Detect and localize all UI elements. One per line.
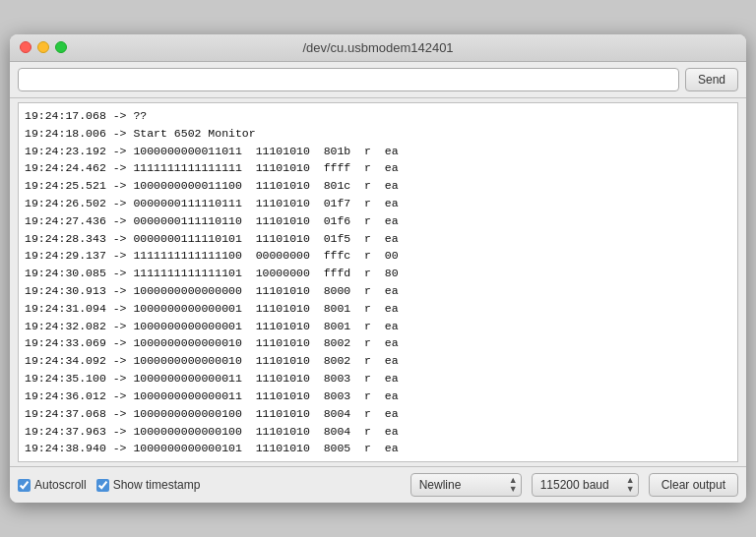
output-area[interactable]: 19:24:17.068 -> ??19:24:18.006 -> Start …	[18, 102, 738, 462]
maximize-button[interactable]	[55, 41, 67, 53]
output-line: 19:24:30.085 -> 1111111111111101 1000000…	[25, 265, 731, 282]
window-title: /dev/cu.usbmodem142401	[302, 40, 453, 55]
output-line: 19:24:25.521 -> 1000000000011100 1110101…	[25, 177, 731, 195]
output-line: 19:24:23.192 -> 1000000000011011 1110101…	[25, 143, 731, 160]
output-line: 19:24:37.068 -> 1000000000000100 1110101…	[25, 405, 731, 423]
clear-output-button[interactable]: Clear output	[649, 473, 738, 497]
close-button[interactable]	[20, 41, 32, 53]
newline-select-wrapper: NewlineNo line endingCarriage returnBoth…	[410, 473, 522, 497]
send-input[interactable]	[18, 68, 679, 91]
baud-select[interactable]: 300 baud1200 baud2400 baud4800 baud9600 …	[532, 473, 639, 497]
autoscroll-label[interactable]: Autoscroll	[18, 478, 87, 492]
newline-select[interactable]: NewlineNo line endingCarriage returnBoth…	[410, 473, 522, 497]
output-line: 19:24:38.940 -> 1000000000000101 1110101…	[25, 440, 731, 457]
output-line: 19:24:27.436 -> 0000000111110110 1110101…	[25, 212, 731, 230]
output-line: 19:24:24.462 -> 1111111111111111 1110101…	[25, 159, 731, 177]
output-line: 19:24:33.069 -> 1000000000000010 1110101…	[25, 334, 731, 352]
footer: Autoscroll Show timestamp NewlineNo line…	[10, 466, 746, 503]
timestamp-text: Show timestamp	[113, 478, 201, 492]
output-line: 19:24:29.137 -> 1111111111111100 0000000…	[25, 247, 731, 265]
output-line: 19:24:18.006 -> Start 6502 Monitor	[25, 125, 731, 143]
autoscroll-checkbox[interactable]	[18, 479, 31, 492]
output-line: 19:24:28.343 -> 0000000111110101 1110101…	[25, 230, 731, 248]
timestamp-checkbox[interactable]	[96, 479, 109, 492]
output-line: 19:24:30.913 -> 1000000000000000 1110101…	[25, 282, 731, 300]
autoscroll-text: Autoscroll	[34, 478, 87, 492]
toolbar: Send	[10, 62, 746, 98]
output-line: 19:24:26.502 -> 0000000111110111 1110101…	[25, 195, 731, 212]
output-line: 19:24:31.094 -> 1000000000000001 1110101…	[25, 300, 731, 318]
timestamp-label[interactable]: Show timestamp	[96, 478, 201, 492]
output-line: 19:24:37.963 -> 1000000000000100 1110101…	[25, 423, 731, 441]
titlebar: /dev/cu.usbmodem142401	[10, 34, 746, 62]
output-line: 19:24:34.092 -> 1000000000000010 1110101…	[25, 352, 731, 370]
traffic-lights	[20, 41, 67, 53]
main-window: /dev/cu.usbmodem142401 Send 19:24:17.068…	[10, 34, 746, 503]
output-line: 19:24:17.068 -> ??	[25, 107, 731, 125]
output-line: 19:24:32.082 -> 1000000000000001 1110101…	[25, 318, 731, 335]
minimize-button[interactable]	[37, 41, 49, 53]
send-button[interactable]: Send	[685, 68, 738, 91]
output-line: 19:24:35.100 -> 1000000000000011 1110101…	[25, 370, 731, 388]
baud-select-wrapper: 300 baud1200 baud2400 baud4800 baud9600 …	[532, 473, 639, 497]
output-line: 19:24:36.012 -> 1000000000000011 1110101…	[25, 388, 731, 405]
